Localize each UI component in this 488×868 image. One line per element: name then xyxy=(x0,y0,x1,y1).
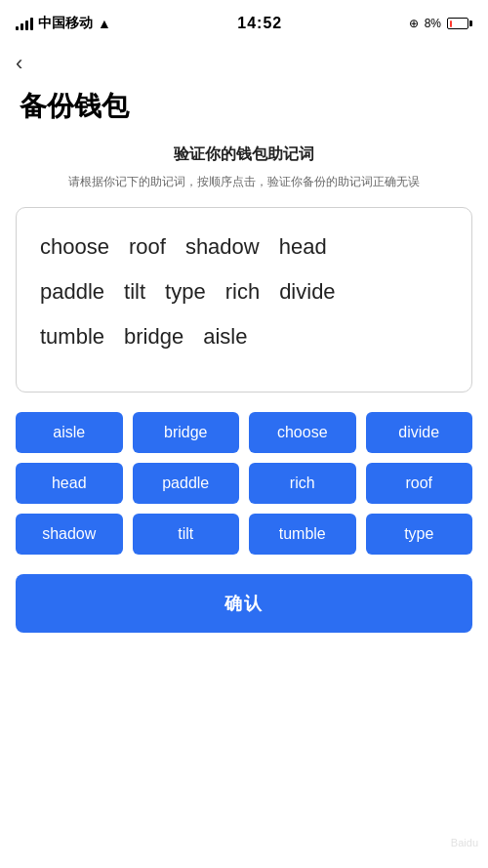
word-row-2: paddle tilt type rich divide xyxy=(40,272,448,311)
status-right: ⊕ 8% xyxy=(409,17,472,30)
chip-paddle[interactable]: paddle xyxy=(133,463,240,504)
chip-bridge[interactable]: bridge xyxy=(133,412,240,453)
status-bar: 中国移动 ▲ 14:52 ⊕ 8% xyxy=(0,0,488,43)
chip-roof[interactable]: roof xyxy=(366,463,473,504)
chip-choose[interactable]: choose xyxy=(249,412,356,453)
display-word: rich xyxy=(225,279,260,305)
battery-fill xyxy=(450,21,453,27)
word-row-3: tumble bridge aisle xyxy=(40,317,448,356)
word-row-1: choose roof shadow head xyxy=(40,227,448,267)
display-word: choose xyxy=(40,234,109,260)
chip-type[interactable]: type xyxy=(366,514,473,555)
status-time: 14:52 xyxy=(237,15,282,32)
display-word: tumble xyxy=(40,324,104,350)
display-word: tilt xyxy=(124,279,145,305)
signal-lte-icon: ⊕ xyxy=(409,17,419,30)
display-word: type xyxy=(165,279,206,305)
display-word: divide xyxy=(279,279,335,305)
display-word: aisle xyxy=(203,324,247,350)
chip-tumble[interactable]: tumble xyxy=(249,514,356,555)
section-desc: 请根据你记下的助记词，按顺序点击，验证你备份的助记词正确无误 xyxy=(0,173,488,191)
back-button[interactable]: ‹ xyxy=(0,43,43,80)
carrier-label: 中国移动 xyxy=(38,15,93,32)
chip-rich[interactable]: rich xyxy=(249,463,356,504)
watermark: Baidu xyxy=(451,837,478,848)
signal-icon xyxy=(16,17,33,30)
page-title: 备份钱包 xyxy=(0,80,488,145)
battery-tip xyxy=(469,21,472,26)
chip-aisle[interactable]: aisle xyxy=(16,412,123,453)
display-word: paddle xyxy=(40,279,104,305)
chip-divide[interactable]: divide xyxy=(366,412,473,453)
status-carrier: 中国移动 ▲ xyxy=(16,15,111,32)
confirm-button[interactable]: 确认 xyxy=(16,574,472,633)
confirm-button-wrap: 确认 xyxy=(0,574,488,633)
display-word: bridge xyxy=(124,324,183,350)
word-display-area: choose roof shadow head paddle tilt type… xyxy=(16,207,472,393)
word-chips-grid: aisle bridge choose divide head paddle r… xyxy=(16,412,472,555)
section-title: 验证你的钱包助记词 xyxy=(0,145,488,165)
word-chips-section: aisle bridge choose divide head paddle r… xyxy=(0,412,488,555)
battery-percent: 8% xyxy=(425,17,441,30)
chip-head[interactable]: head xyxy=(16,463,123,504)
battery-body xyxy=(447,18,468,29)
wifi-icon: ▲ xyxy=(98,16,111,31)
battery-icon xyxy=(447,18,472,29)
display-word: shadow xyxy=(185,234,260,260)
display-word: head xyxy=(279,234,327,260)
display-word: roof xyxy=(129,234,166,260)
chip-shadow[interactable]: shadow xyxy=(16,514,123,555)
chip-tilt[interactable]: tilt xyxy=(133,514,240,555)
